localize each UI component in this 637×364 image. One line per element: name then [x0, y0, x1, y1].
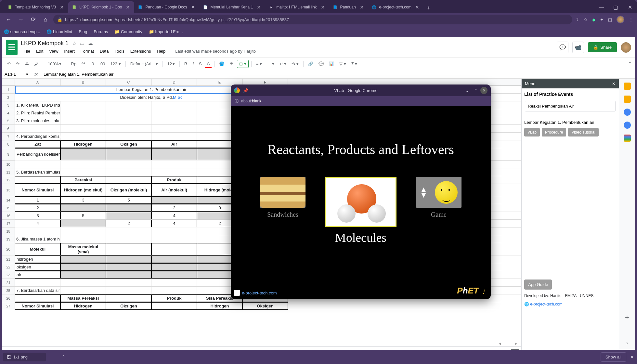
currency-button[interactable]: Rp	[69, 60, 78, 68]
cell[interactable]	[151, 255, 197, 263]
cell[interactable]: 4, Perbandingan koefisien reaksi paling …	[15, 133, 60, 140]
sandwiches-card[interactable]: Sandwiches	[260, 177, 306, 218]
bookmark-item[interactable]: 📁 Community	[114, 29, 142, 34]
panel-button-video-tutorial[interactable]: Video Tutorial	[568, 128, 598, 136]
row-header[interactable]: 5	[2, 117, 15, 124]
cell[interactable]	[151, 168, 197, 176]
cell[interactable]: 4	[15, 220, 60, 227]
cell[interactable]: Molekul	[15, 243, 60, 255]
tab-close-icon[interactable]: ✕	[58, 5, 65, 10]
cell[interactable]	[151, 101, 197, 109]
cell[interactable]	[60, 287, 106, 294]
row-header[interactable]: 25	[2, 287, 15, 294]
text-color-button[interactable]: A	[205, 60, 212, 68]
cell[interactable]	[151, 271, 197, 279]
profile-avatar[interactable]	[617, 16, 624, 23]
cell[interactable]: Oksigen (molekul)	[106, 184, 151, 196]
cell[interactable]: Zat	[15, 140, 60, 148]
share-icon[interactable]: ⇪	[576, 17, 579, 22]
keep2-icon[interactable]	[624, 96, 631, 103]
collapse-toolbar-icon[interactable]: ⌃	[628, 61, 632, 67]
extension-icon[interactable]: ◆	[592, 17, 595, 22]
cell[interactable]	[15, 125, 60, 132]
new-tab-button[interactable]: +	[424, 3, 434, 13]
cell[interactable]: Hidrogen	[60, 140, 106, 148]
cell[interactable]	[60, 161, 106, 168]
wrap-button[interactable]: ↵ ▾	[278, 60, 289, 68]
chevron-up-icon[interactable]: ⌃	[62, 355, 65, 359]
row-header[interactable]: 17	[2, 220, 15, 227]
cell[interactable]	[106, 133, 151, 140]
tasks-icon[interactable]	[624, 109, 631, 116]
close-downloads-icon[interactable]: ✕	[630, 355, 634, 359]
close-panel-icon[interactable]: ✕	[612, 81, 616, 86]
cell[interactable]	[60, 133, 106, 140]
cell[interactable]: 5	[106, 196, 151, 204]
bold-button[interactable]: B	[182, 60, 189, 68]
cell[interactable]: 2	[106, 220, 151, 227]
cell[interactable]: 4	[151, 212, 197, 219]
cell[interactable]	[15, 176, 60, 184]
phet-footer-link[interactable]: e-project-tech.com	[234, 290, 277, 296]
cell[interactable]: 7. Berdasarkan data simulasi (tabel 5) d…	[15, 287, 60, 294]
cell[interactable]	[106, 109, 151, 117]
cell[interactable]: Perbandingan koefisien reaksi	[15, 148, 60, 160]
redo-button[interactable]: ↷	[14, 60, 21, 68]
cell[interactable]	[106, 271, 151, 279]
account-avatar[interactable]	[621, 42, 631, 53]
cell[interactable]	[151, 161, 197, 168]
cell[interactable]	[60, 255, 106, 263]
row-header[interactable]: 22	[2, 263, 15, 271]
cell[interactable]	[151, 287, 197, 294]
chart-button[interactable]: 📊	[327, 60, 336, 68]
row-header[interactable]: 27	[2, 302, 15, 310]
cell[interactable]	[151, 125, 197, 132]
browser-tab[interactable]: 📄Memulai Lembar Kerja 1✕	[200, 1, 266, 13]
collapse-rail-icon[interactable]: ›	[626, 340, 628, 346]
cell[interactable]	[106, 117, 151, 124]
cell[interactable]	[60, 101, 106, 109]
row-header[interactable]: 8	[2, 140, 15, 148]
pin-icon[interactable]: 📌	[243, 88, 248, 93]
row-header[interactable]: 2	[2, 94, 15, 101]
row-header[interactable]: 9	[2, 148, 15, 160]
bookmark-item[interactable]: Forums	[94, 29, 108, 34]
popup-maximize-icon[interactable]: ⌃	[472, 87, 479, 94]
row-header[interactable]: 14	[2, 196, 15, 204]
formula-input[interactable]: Lembar Kegiatan 1. Pembentukan air	[41, 72, 635, 77]
cell[interactable]	[15, 279, 60, 286]
cell[interactable]	[60, 148, 106, 160]
valign-button[interactable]: ⊥ ▾	[265, 60, 276, 68]
cell[interactable]	[106, 228, 151, 235]
cell[interactable]: 1. Klik Menu: LKPD Interaktif	[15, 101, 60, 109]
cell[interactable]: oksigen	[15, 263, 60, 271]
close-window-button[interactable]: ✕	[623, 1, 637, 13]
cell[interactable]	[106, 176, 151, 184]
maximize-button[interactable]: ▢	[608, 1, 623, 13]
cell[interactable]: Massa molekul (sma)	[60, 243, 106, 255]
cell[interactable]	[106, 148, 151, 160]
panel-button-vlab[interactable]: VLab	[524, 128, 540, 136]
functions-button[interactable]: Σ ▾	[349, 60, 359, 68]
popup-close-icon[interactable]: ✕	[480, 87, 488, 94]
cell[interactable]: Hidrogen	[197, 302, 242, 310]
popup-url-bar[interactable]: ⓘ about:blank	[231, 96, 491, 106]
font-selector[interactable]: Default (Ari... ▾	[128, 60, 160, 68]
column-header[interactable]: D	[151, 79, 197, 85]
cell[interactable]	[60, 235, 106, 243]
game-card[interactable]: ▲▼ Game	[416, 177, 462, 218]
minimize-button[interactable]: —	[594, 1, 608, 13]
comments-button[interactable]: 💬	[557, 42, 568, 53]
cell[interactable]	[60, 279, 106, 286]
document-title[interactable]: LKPD Kelompok 1	[21, 40, 69, 47]
borders-button[interactable]: 田	[228, 60, 236, 68]
cell[interactable]: Air	[151, 140, 197, 148]
cell[interactable]	[15, 161, 60, 168]
move-icon[interactable]: ▭	[80, 40, 84, 46]
cloud-icon[interactable]: ☁	[88, 40, 93, 46]
meet-button[interactable]: 📹	[572, 42, 584, 53]
cell[interactable]	[60, 168, 106, 176]
cell[interactable]	[106, 235, 151, 243]
forward-icon[interactable]: →	[16, 16, 25, 23]
cell[interactable]	[151, 196, 197, 204]
